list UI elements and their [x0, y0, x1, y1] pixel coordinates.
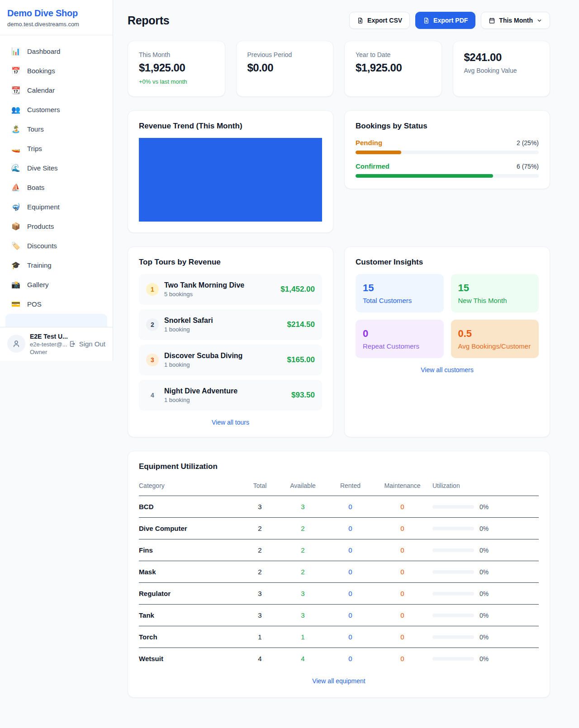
sidebar-item-bookings[interactable]: 📅 Bookings: [5, 61, 107, 80]
tour-list: 1 Two Tank Morning Dive 5 bookings $1,45…: [139, 274, 322, 411]
sidebar-nav: 📊 Dashboard 📅 Bookings 📆 Calendar 👥 Cust…: [0, 35, 113, 327]
equipment-rented: 0: [327, 496, 374, 518]
equipment-maintenance: 0: [374, 518, 431, 539]
table-header-row: Category Total Available Rented Maintena…: [139, 477, 539, 496]
equipment-rented: 0: [327, 605, 374, 626]
equipment-rented: 0: [327, 561, 374, 583]
user-email: e2e-tester@...: [30, 341, 64, 348]
list-item: 3 Discover Scuba Diving 1 booking $165.0…: [139, 345, 322, 375]
list-item: 4 Night Dive Adventure 1 booking $93.50: [139, 380, 322, 411]
stat-label: Previous Period: [247, 51, 323, 58]
column-header: Maintenance: [374, 477, 431, 496]
dive-sites-icon: 🌊: [11, 165, 21, 172]
avatar: [7, 335, 25, 353]
sidebar-item-dive-sites[interactable]: 🌊 Dive Sites: [5, 158, 107, 178]
tour-name: Snorkel Safari: [164, 317, 282, 325]
equipment-maintenance: 0: [374, 605, 431, 626]
sidebar-item-label: Trips: [27, 145, 42, 152]
progress-track: [356, 174, 539, 178]
top-tours-title: Top Tours by Revenue: [139, 258, 322, 267]
customer-insights-card: Customer Insights 15 Total Customers 15 …: [344, 246, 550, 437]
sidebar-item-discounts[interactable]: 🏷️ Discounts: [5, 236, 107, 255]
sidebar-item-label: Gallery: [27, 281, 49, 288]
equipment-category: Dive Computer: [139, 518, 241, 539]
stat-card-this-month: This Month $1,925.00 +0% vs last month: [128, 41, 225, 97]
view-all-tours-link[interactable]: View all tours: [139, 419, 322, 426]
sidebar-item-label: Dive Sites: [27, 164, 58, 172]
sidebar-item-products[interactable]: 📦 Products: [5, 217, 107, 236]
insight-tiles: 15 Total Customers 15 New This Month 0 R…: [356, 274, 539, 358]
utilization-percent: 0%: [479, 568, 489, 576]
tour-name: Two Tank Morning Dive: [164, 281, 275, 289]
sidebar-item-tours[interactable]: 🏝️ Tours: [5, 119, 107, 139]
export-csv-button[interactable]: Export CSV: [349, 12, 410, 29]
sidebar-item-label: POS: [27, 300, 42, 308]
progress-fill: [356, 151, 401, 154]
stat-label: Year to Date: [356, 51, 431, 58]
equipment-maintenance: 0: [374, 648, 431, 670]
sidebar-item-calendar[interactable]: 📆 Calendar: [5, 80, 107, 100]
tile-label: Repeat Customers: [363, 342, 437, 350]
revenue-bar: [139, 138, 322, 222]
equipment-available: 2: [279, 518, 327, 539]
tile-total-customers: 15 Total Customers: [356, 274, 444, 312]
sidebar-item-gallery[interactable]: 📸 Gallery: [5, 275, 107, 294]
sidebar-item-label: Discounts: [27, 242, 57, 250]
table-row: Mask 2 2 0 0 0%: [139, 561, 539, 583]
calendar-icon: 📆: [11, 87, 21, 94]
stat-value: $1,925.00: [356, 61, 431, 74]
tile-new-this-month: 15 New This Month: [451, 274, 539, 312]
sidebar-item-training[interactable]: 🎓 Training: [5, 255, 107, 275]
training-icon: 🎓: [11, 262, 21, 269]
utilization-bar: [432, 592, 474, 596]
equipment-available: 3: [279, 605, 327, 626]
tile-avg-bookings-customer: 0.5 Avg Bookings/Customer: [451, 320, 539, 358]
equipment-maintenance: 0: [374, 539, 431, 561]
sidebar-item-label: Customers: [27, 106, 60, 113]
utilization-bar: [432, 614, 474, 617]
utilization-percent: 0%: [479, 612, 489, 619]
utilization-percent: 0%: [479, 547, 489, 554]
table-row: Fins 2 2 0 0 0%: [139, 539, 539, 561]
view-all-customers-link[interactable]: View all customers: [356, 366, 539, 373]
tour-amount: $214.50: [287, 320, 315, 329]
utilization-bar: [432, 548, 474, 552]
period-select[interactable]: This Month: [481, 12, 550, 29]
sidebar-item-equipment[interactable]: 🤿 Equipment: [5, 197, 107, 217]
rank-badge: 2: [146, 318, 159, 331]
utilization-percent: 0%: [479, 655, 489, 662]
list-item: 2 Snorkel Safari 1 booking $214.50: [139, 309, 322, 340]
sidebar-item-boats[interactable]: ⛵ Boats: [5, 178, 107, 197]
equipment-rented: 0: [327, 583, 374, 605]
tile-label: New This Month: [458, 297, 532, 304]
file-down-icon: [357, 17, 364, 24]
stats-row: This Month $1,925.00 +0% vs last month P…: [128, 41, 550, 97]
equipment-available: 2: [279, 561, 327, 583]
sidebar-item-label: Tours: [27, 125, 44, 133]
equipment-maintenance: 0: [374, 583, 431, 605]
utilization-percent: 0%: [479, 525, 489, 532]
sidebar-item-pos[interactable]: 💳 POS: [5, 294, 107, 314]
sidebar-item-trips[interactable]: 🚤 Trips: [5, 139, 107, 158]
discounts-icon: 🏷️: [11, 242, 21, 250]
sidebar-item-dashboard[interactable]: 📊 Dashboard: [5, 42, 107, 61]
export-pdf-button[interactable]: Export PDF: [415, 12, 475, 29]
sidebar-item-label: Training: [27, 261, 52, 269]
sign-out-button[interactable]: Sign Out: [69, 340, 105, 348]
equipment-category: BCD: [139, 496, 241, 518]
customer-insights-title: Customer Insights: [356, 258, 539, 267]
page-header: Reports Export CSV Export PDF This Month: [128, 12, 550, 29]
tour-name: Night Dive Adventure: [164, 387, 286, 395]
sidebar-item-reports[interactable]: [5, 314, 107, 327]
tour-bookings: 1 booking: [164, 326, 282, 333]
gallery-icon: 📸: [11, 281, 21, 288]
equipment-icon: 🤿: [11, 203, 21, 211]
view-all-equipment-link[interactable]: View all equipment: [139, 677, 539, 685]
progress-fill: [356, 174, 493, 178]
sidebar-item-customers[interactable]: 👥 Customers: [5, 100, 107, 119]
equipment-available: 2: [279, 539, 327, 561]
equipment-category: Mask: [139, 561, 241, 583]
bookings-by-status-title: Bookings by Status: [356, 122, 539, 131]
utilization-percent: 0%: [479, 590, 489, 597]
utilization-bar: [432, 527, 474, 530]
